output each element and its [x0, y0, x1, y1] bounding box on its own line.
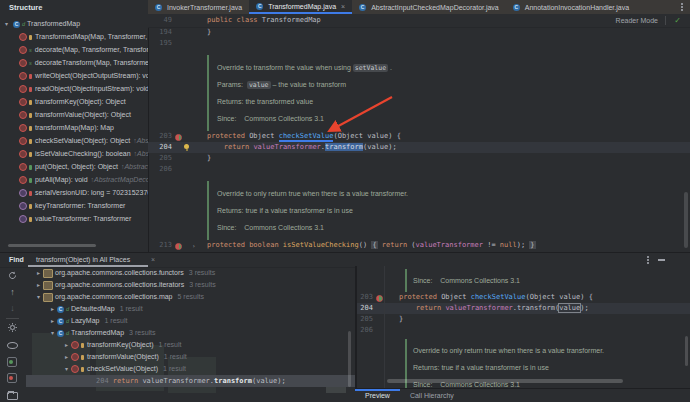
- chevron-right-icon[interactable]: ▸: [48, 315, 57, 327]
- find-tree-node[interactable]: ▸transformValue(Object)1 result: [26, 351, 355, 363]
- code-line[interactable]: 205}: [148, 153, 690, 164]
- preview-vertical-scrollbar[interactable]: [685, 336, 688, 366]
- structure-item[interactable]: sdecorateTransform(Map, Transformer,: [0, 56, 149, 69]
- settings-gear-icon[interactable]: [7, 323, 18, 334]
- find-tree-node[interactable]: ▾org.apache.commons.collections.map5 res…: [26, 291, 355, 303]
- find-tree-node[interactable]: ▸CdLazyMap1 result: [26, 315, 355, 327]
- chevron-right-icon[interactable]: ▸: [62, 339, 71, 351]
- method-icon: [19, 176, 27, 184]
- chevron-right-icon[interactable]: ▸: [34, 267, 43, 279]
- find-tree-scrollbar[interactable]: [348, 331, 351, 387]
- overrides-method-icon[interactable]: [175, 134, 182, 141]
- refresh-icon[interactable]: [7, 271, 18, 282]
- structure-item[interactable]: transformMap(Map): Map: [0, 121, 149, 134]
- code-line[interactable]: 206: [357, 325, 690, 336]
- find-tree-node[interactable]: ▸org.apache.commons.collections.iterator…: [26, 279, 355, 291]
- chevron-down-icon[interactable]: ▾: [48, 327, 57, 339]
- structure-item[interactable]: sdecorate(Map, Transformer, Transform: [0, 43, 149, 56]
- editor-code-area[interactable]: 194}195Override to transform the value w…: [148, 27, 690, 252]
- visibility-marker-public: [29, 178, 32, 183]
- structure-item[interactable]: isSetValueChecking(): boolean↑Abstra: [0, 147, 149, 160]
- field-icon: [19, 215, 27, 223]
- pin-green-icon[interactable]: [7, 357, 18, 368]
- editor-tab[interactable]: CAbstractInputCheckedMapDecorator.java: [352, 0, 506, 14]
- editor-tab[interactable]: CTransformedMap.java×: [249, 0, 352, 14]
- preview-code-area[interactable]: Since: Commons Collections 3.1203protect…: [357, 266, 690, 388]
- overrides-method-icon[interactable]: [376, 295, 383, 302]
- fold-arrow-icon[interactable]: ›: [192, 240, 196, 251]
- code-line[interactable]: 203protected Object checkSetValue(Object…: [148, 131, 690, 142]
- find-options-icon[interactable]: [647, 256, 650, 265]
- structure-root-item[interactable]: ▾CdTransformedMap: [0, 17, 149, 30]
- find-tree-node[interactable]: ▾checkSetValue(Object)1 result: [26, 363, 355, 375]
- structure-item[interactable]: writeObject(ObjectOutputStream): vo: [0, 69, 149, 82]
- structure-item[interactable]: transformValue(Object): Object: [0, 108, 149, 121]
- doc-line: Override to transform the value when usi…: [217, 59, 690, 76]
- preview-eye-icon[interactable]: [7, 339, 18, 350]
- structure-item[interactable]: checkSetValue(Object): Object↑Abstr: [0, 134, 149, 147]
- find-tree-node[interactable]: ▸CdDefaultedMap1 result: [26, 303, 355, 315]
- structure-panel: Structure ▾CdTransformedMapTransformedMa…: [0, 0, 149, 252]
- code-line[interactable]: 206: [148, 164, 690, 175]
- structure-item[interactable]: readObject(ObjectInputStream): void: [0, 82, 149, 95]
- reader-mode-button[interactable]: Reader Mode: [616, 14, 658, 27]
- code-token: valueTransformer.: [142, 377, 214, 385]
- tab-overflow-icon[interactable]: [681, 3, 684, 12]
- editor-vertical-scrollbar[interactable]: [684, 192, 688, 248]
- structure-item[interactable]: putAll(Map): void↑AbstractMapDecor: [0, 173, 149, 186]
- find-result-row[interactable]: 204 return valueTransformer.transform(va…: [26, 375, 355, 387]
- intention-bulb-icon[interactable]: [184, 144, 189, 149]
- structure-item-label: checkSetValue(Object): Object: [35, 137, 130, 144]
- line-number: 203: [357, 292, 373, 303]
- inspection-ok-icon[interactable]: ✓: [674, 14, 681, 27]
- code-token: [207, 143, 224, 151]
- editor-tab[interactable]: CAnnotationInvocationHandler.java: [506, 0, 636, 14]
- structure-item[interactable]: TransformedMap(Map, Transformer, T: [0, 30, 149, 43]
- tab-close-icon[interactable]: ×: [341, 3, 345, 10]
- visibility-marker-protected: [81, 367, 84, 372]
- editor-tab[interactable]: CInvokerTransformer.java: [148, 0, 249, 14]
- code-line[interactable]: 204 return valueTransformer.transform(va…: [357, 303, 690, 314]
- preview-bottom-tab[interactable]: Preview: [355, 389, 400, 402]
- next-occurrence-icon[interactable]: ↓: [7, 303, 18, 314]
- chevron-right-icon[interactable]: ▸: [48, 303, 57, 315]
- structure-item[interactable]: valueTransformer: Transformer: [0, 212, 149, 225]
- code-line[interactable]: 195: [148, 38, 690, 49]
- find-results-tree: ▸org.apache.commons.collections.functors…: [26, 267, 355, 402]
- overrides-method-icon[interactable]: [175, 243, 182, 250]
- find-tree-node[interactable]: ▾CdTransformedMap3 results: [26, 327, 355, 339]
- structure-item[interactable]: keyTransformer: Transformer: [0, 199, 149, 212]
- preview-bottom-tab[interactable]: Call Hierarchy: [400, 389, 464, 402]
- code-line[interactable]: 203protected Object checkSetValue(Object…: [357, 292, 690, 303]
- structure-item[interactable]: put(Object, Object): Object↑AbstractM: [0, 160, 149, 173]
- structure-horizontal-scrollbar[interactable]: [8, 244, 96, 247]
- chevron-down-icon[interactable]: ▾: [34, 291, 43, 303]
- visibility-marker-private: [29, 74, 32, 79]
- chevron-down-icon[interactable]: ▾: [5, 18, 13, 30]
- find-hide-icon[interactable]: [658, 259, 665, 261]
- tree-node-label: LazyMap: [71, 317, 99, 324]
- method-icon: [19, 59, 27, 67]
- code-text: }: [207, 27, 211, 38]
- code-token: Since: Commons Collections 3.1: [413, 277, 520, 284]
- chevron-right-icon[interactable]: ▸: [34, 279, 43, 291]
- pin-red-icon[interactable]: [7, 373, 18, 384]
- chevron-down-icon[interactable]: ▾: [62, 363, 71, 375]
- code-line[interactable]: 194}: [148, 27, 690, 38]
- chevron-right-icon[interactable]: ▸: [62, 351, 71, 363]
- tab-label: AnnotationInvocationHandler.java: [525, 4, 629, 11]
- find-tree-node[interactable]: ▸transformKey(Object)1 result: [26, 339, 355, 351]
- rendered-doc-comment: Since: Commons Collections 3.1: [405, 269, 690, 292]
- code-line[interactable]: 205}: [357, 314, 690, 325]
- structure-item[interactable]: serialVersionUID: long = 70231523767: [0, 186, 149, 199]
- previous-occurrence-icon[interactable]: ↑: [7, 287, 18, 298]
- open-in-editor-icon[interactable]: [7, 389, 18, 400]
- find-tree-node[interactable]: ▸org.apache.commons.collections.functors…: [26, 267, 355, 279]
- find-tab-close-icon[interactable]: ×: [151, 253, 155, 267]
- code-token: 204: [96, 377, 113, 385]
- code-line[interactable]: 213›protected boolean isSetValueChecking…: [148, 240, 690, 251]
- code-token: (Object value) {: [525, 293, 592, 301]
- preview-horizontal-scrollbar[interactable]: [387, 379, 623, 383]
- structure-item[interactable]: transformKey(Object): Object: [0, 95, 149, 108]
- code-line[interactable]: 204 return valueTransformer.transform(va…: [148, 142, 690, 153]
